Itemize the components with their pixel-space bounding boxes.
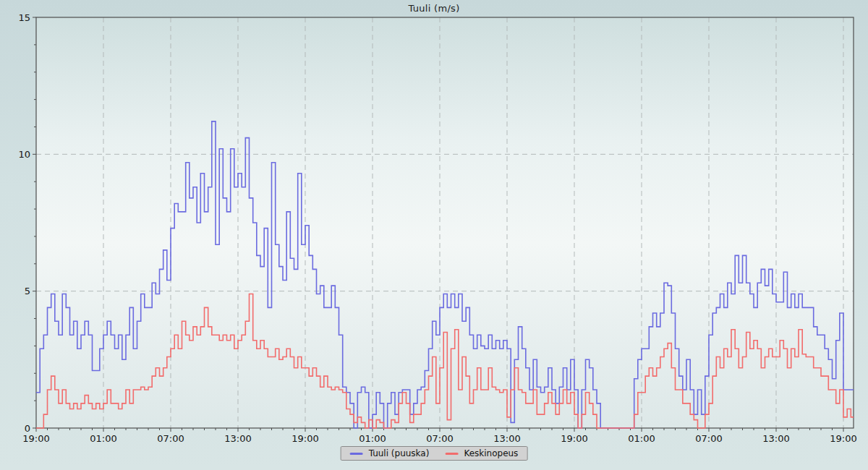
svg-text:07:00: 07:00 <box>157 433 184 444</box>
svg-text:19:00: 19:00 <box>830 433 856 444</box>
svg-text:01:00: 01:00 <box>90 433 116 444</box>
svg-text:0: 0 <box>25 423 30 434</box>
svg-text:01:00: 01:00 <box>359 433 386 444</box>
legend-item-gust: Tuuli (puuska) <box>350 448 430 458</box>
svg-text:13:00: 13:00 <box>762 433 789 444</box>
chart-title: Tuuli (m/s) <box>0 3 868 14</box>
svg-text:19:00: 19:00 <box>22 433 49 444</box>
svg-text:5: 5 <box>25 286 30 296</box>
chart-legend: Tuuli (puuska) Keskinopeus <box>341 446 528 461</box>
gust-legend-label: Tuuli (puuska) <box>369 448 430 458</box>
svg-text:19:00: 19:00 <box>561 433 587 444</box>
svg-text:07:00: 07:00 <box>426 433 453 444</box>
average-legend-label: Keskinopeus <box>464 448 518 458</box>
average-line-swatch-icon <box>445 453 458 455</box>
wind-chart: 19:0001:0007:0013:0019:0001:0007:0013:00… <box>0 0 868 470</box>
svg-text:10: 10 <box>18 149 30 160</box>
svg-text:01:00: 01:00 <box>628 433 655 444</box>
gust-line-swatch-icon <box>350 453 363 455</box>
legend-item-average: Keskinopeus <box>445 448 518 458</box>
svg-text:07:00: 07:00 <box>695 433 722 444</box>
svg-text:19:00: 19:00 <box>292 433 318 444</box>
wind-chart-svg: 19:0001:0007:0013:0019:0001:0007:0013:00… <box>0 0 868 470</box>
svg-text:13:00: 13:00 <box>224 433 251 444</box>
svg-text:13:00: 13:00 <box>493 433 520 444</box>
